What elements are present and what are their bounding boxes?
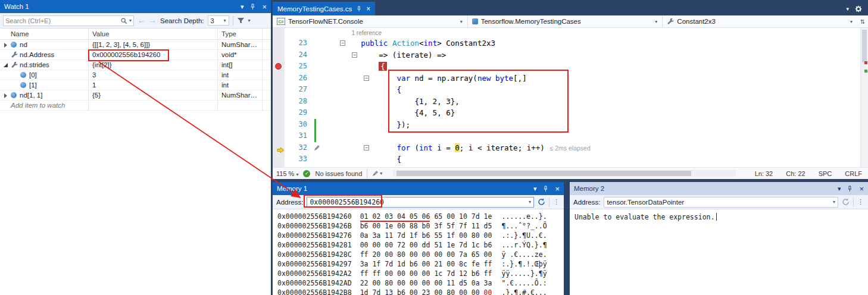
code-text[interactable]: { [320,61,868,73]
memory-byte[interactable]: 0a [360,231,369,240]
selection-margin[interactable] [312,49,320,61]
memory-row[interactable]: 0x000002556B19428Cff 20 00 80 00 00 00 0… [277,250,564,259]
pin-icon[interactable] [249,4,256,10]
split-window-icon[interactable]: ⇅ [857,15,868,27]
memory-byte[interactable]: b6 [484,241,492,249]
memory-row[interactable]: 0x000002556B19426001 02 03 04 05 06 65 0… [277,212,564,221]
code-text[interactable]: {4, 5, 6} [320,107,868,119]
memory-row[interactable]: 0x000002556B1942760a 3a 11 7d 1f b6 55 1… [277,231,564,240]
memory-byte[interactable]: 00 [410,279,418,287]
watch-search-box[interactable]: ▾ [3,15,134,26]
watch-column-headers[interactable]: Name Value Type [0,29,271,40]
expander-icon[interactable] [2,92,9,99]
search-back-icon[interactable]: ← [138,16,145,25]
watch-row[interactable]: [1]1int [0,80,271,90]
memory-byte[interactable]: 21 [434,260,442,268]
memory-byte[interactable]: 1e [484,212,492,221]
address-input[interactable] [607,199,833,206]
search-forward-icon[interactable]: → [149,16,157,25]
filter-chevron-icon[interactable]: ▾ [248,18,251,23]
add-watch-item-row[interactable]: Add item to watch [0,101,271,111]
code-text[interactable] [320,130,868,142]
memory-byte[interactable]: 00 [447,260,455,268]
memory-byte[interactable]: ff [484,260,492,268]
breakpoint-margin[interactable] [273,96,285,108]
column-header-value[interactable]: Value [88,30,217,37]
memory-byte[interactable]: 7d [459,241,467,249]
memory-byte[interactable]: 65 [472,250,480,259]
memory-byte[interactable]: 7d [397,231,405,240]
watch-value[interactable]: 1 [88,80,217,90]
memory-byte[interactable]: 5f [447,222,455,230]
memory-byte[interactable]: d5 [484,222,492,230]
memory-byte[interactable]: 80 [385,279,393,287]
memory-byte[interactable]: 00 [385,241,393,249]
code-text[interactable]: −=> (iterate) => [320,49,868,61]
search-depth-select[interactable]: 3 ▾ [208,15,229,26]
selection-margin[interactable] [312,73,320,84]
memory-byte[interactable]: ff [372,269,380,278]
memory-byte[interactable]: 00 [484,231,492,240]
memory-byte[interactable]: b6 [422,231,430,240]
watch-row[interactable]: [0]3int [0,70,271,80]
memory-byte[interactable]: 00 [447,250,455,259]
tab-memorytestingcases[interactable]: MemoryTestingCases.cs × [273,2,375,15]
breakpoint-margin[interactable] [273,130,285,142]
memory-byte[interactable]: 00 [447,212,455,221]
memory-byte[interactable]: ff [484,269,492,278]
memory-byte[interactable]: 1f [410,231,418,240]
memory-byte[interactable]: 02 [372,212,380,222]
code-text[interactable]: −for (int i = 0; i < iterate; i++) ≤ 2ms… [320,142,868,154]
breakpoint-margin[interactable] [273,37,285,49]
memory-byte[interactable]: 65 [434,212,442,221]
memory-byte[interactable]: dd [422,241,430,249]
selection-margin[interactable] [312,153,320,165]
breakpoint-margin[interactable] [273,84,285,96]
pin-icon[interactable] [847,186,853,192]
refresh-icon[interactable] [538,198,545,206]
watch-row[interactable]: nd.strides{int[2]}int[] [0,60,271,70]
memory-byte[interactable]: 00 [360,241,369,249]
memory-byte[interactable]: 00 [422,279,430,287]
code-text[interactable]: { [320,153,868,165]
search-input[interactable] [5,17,120,24]
memory-byte[interactable]: 80 [397,250,405,259]
memory2-address-combo[interactable]: ▾ [604,197,838,208]
code-text[interactable]: −var nd = np.array(new byte[,] [320,73,868,84]
memory-row[interactable]: 0x000002556B1942AD22 00 80 00 00 00 00 1… [277,278,564,288]
memory-byte[interactable]: 3a [360,260,369,268]
memory1-content[interactable]: 0x000002556B19426001 02 03 04 05 06 65 0… [273,209,564,295]
memory-row[interactable]: 0x000002556B1942A2ff ff 00 00 00 00 1c 7… [277,269,564,278]
watch-value[interactable]: 3 [88,70,217,80]
watch-value[interactable]: 0x000002556b194260 [88,50,217,59]
selection-margin[interactable] [312,107,320,119]
memory-byte[interactable]: 72 [397,241,405,249]
expander-icon[interactable] [2,62,9,68]
memory-row[interactable]: 0x000002556B1942B81d 7d 13 b6 00 23 00 8… [277,288,564,295]
memory-byte[interactable]: 80 [447,288,455,295]
memory-byte[interactable]: 00 [385,269,393,278]
memory-byte[interactable]: 00 [397,269,405,278]
scrollbar-thumb[interactable] [862,30,867,62]
memory-byte[interactable]: b6 [472,269,480,278]
memory2-titlebar[interactable]: Memory 2 ▾ × [570,182,868,195]
close-icon[interactable]: × [859,185,864,193]
scrollbar-thumb[interactable] [396,171,691,176]
column-divider[interactable] [262,29,263,111]
column-divider[interactable] [88,29,89,111]
memory-byte[interactable]: 7d [372,288,380,295]
memory-byte[interactable]: 00 [372,241,380,249]
close-icon[interactable]: × [555,185,560,193]
issues-status[interactable]: No issues found [315,170,362,177]
memory-byte[interactable]: 3f [434,222,442,230]
memory-byte[interactable]: ff [360,269,369,278]
status-line-ending[interactable]: CRLF [845,170,862,177]
filter-icon[interactable] [237,17,245,24]
editor-scrollbar[interactable] [860,28,868,167]
memory-byte[interactable]: 1f [447,231,455,240]
memory-byte[interactable]: 00 [484,250,492,259]
breakpoint-margin[interactable] [273,73,285,84]
collapse-icon[interactable]: − [340,40,345,46]
breakpoint-margin[interactable] [273,28,285,37]
memory-byte[interactable]: 00 [459,231,467,240]
